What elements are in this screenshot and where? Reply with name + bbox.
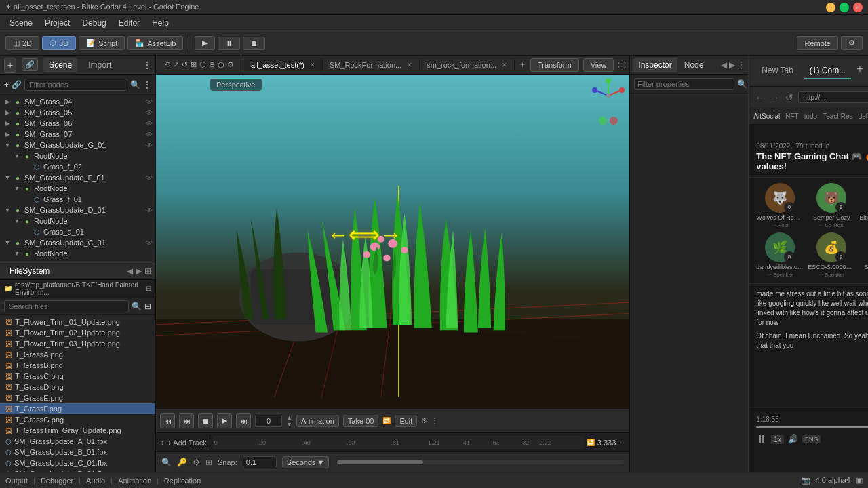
menu-editor[interactable]: Editor [113,17,145,29]
member-card[interactable]: 🌿 🎙 dandyedibles.com ··· Speaker [756,232,804,278]
loop-icon[interactable]: 🔁 [587,439,595,446]
fs-nav-right[interactable]: ▶ [136,266,142,276]
list-item[interactable]: ⬡ SM_GrassUpdate_A_01.fbx [0,436,155,447]
settings-icon[interactable]: ⚙ [227,60,234,69]
mode-2d-button[interactable]: ◫ 2D [5,36,39,50]
list-item-selected[interactable]: 🖼 T_GrassF.png [0,403,155,414]
tree-item[interactable]: ▼ ● SM_GrassUpdate_G_01 👁 [0,140,155,150]
status-output[interactable]: Output [5,476,28,485]
transform-button[interactable]: Transform [530,58,579,72]
scale-icon[interactable]: ⊞ [191,60,197,69]
tab-filesystem[interactable]: FileSystem [4,265,55,277]
list-item[interactable]: 🖼 T_GrassE.png [0,392,155,403]
bookmark-nft[interactable]: NFT [785,113,798,120]
list-item[interactable]: 🖼 T_GrassA.png [0,349,155,360]
nav-next-icon[interactable]: ▶ [729,60,735,70]
tree-item[interactable]: ▼ ● RootNode [0,216,155,226]
add-track-button[interactable]: + + Add Track [160,439,207,447]
anim-more-icon[interactable]: ⋮ [431,417,438,424]
visibility-icon[interactable]: 👁 [146,131,153,138]
new-tab-button[interactable]: + [856,63,863,79]
tree-item[interactable]: ▶ ● SM_Grass_06 👁 [0,118,155,129]
menu-help[interactable]: Help [146,17,174,29]
plus-icon[interactable]: ⊕ [209,60,215,69]
view-button[interactable]: View [583,58,614,72]
tree-item[interactable]: ⬡ Grass_f_01 [0,194,155,205]
play-button[interactable]: ▶ [195,36,215,50]
list-item[interactable]: 🖼 T_GrassD.png [0,382,155,392]
animation-label[interactable]: Animation [296,415,339,427]
settings-icon[interactable]: ⚙ [841,36,863,50]
tree-item[interactable]: ▼ ● RootNode [0,183,155,194]
anim-options-icon[interactable]: ⚙ [421,417,427,424]
filter-nodes-input[interactable] [24,79,127,91]
tab-all-asset-test[interactable]: all_asset_test(*) ✕ [244,59,323,71]
tree-item[interactable]: ▼ ● RootNode [0,150,155,161]
tab-close-icon[interactable]: ✕ [310,62,315,68]
list-item[interactable]: 🖼 T_GrassTrim_Gray_Update.png [0,425,155,436]
play-pause-button[interactable]: ⏸ [756,433,767,445]
expand-icon[interactable]: ↔ [618,439,625,446]
nav-prev-icon[interactable]: ◀ [721,60,727,70]
add-tab-button[interactable]: + [515,58,530,72]
browser-back-button[interactable]: ← [753,92,766,103]
tree-item[interactable]: ⬡ Grass_d_01 [0,226,155,237]
take-label[interactable]: Take 00 [343,415,379,427]
bookmark-todo[interactable]: todo [804,113,817,120]
move-icon[interactable]: ↗ [173,60,179,69]
tree-item[interactable]: ▼ ● RootNode [0,248,155,259]
list-item[interactable]: 🖼 T_Flower_Trim_03_Update.png [0,338,155,349]
3d-scene[interactable]: Perspective [156,75,629,408]
timeline[interactable]: 0 .20 .40 .60 .81 1.21 .41 .61 .32 2.22 [213,436,584,449]
browser-forward-button[interactable]: → [768,92,781,103]
status-replication[interactable]: Replication [164,476,201,485]
menu-scene[interactable]: Scene [4,17,38,29]
transform-icon[interactable]: ⟲ [164,60,170,69]
list-item[interactable]: 🖼 T_Flower_Trim_02_Update.png [0,327,155,338]
status-debugger[interactable]: Debugger [41,476,73,485]
assetlib-button[interactable]: 🏪 AssetLib [127,36,183,50]
tab-sm-rock-2[interactable]: sm_rock_formation... ✕ [420,59,515,71]
tab-close-icon[interactable]: ✕ [407,62,412,68]
visibility-icon[interactable]: 👁 [146,239,153,247]
volume-icon[interactable]: 🔊 [788,434,798,444]
member-card[interactable]: 🐺 🎙 Wolves Of Rome -... ··· Host [756,183,804,228]
visibility-icon[interactable]: 👁 [146,120,153,127]
tab-sm-rock-1[interactable]: SM_RockFormation... ✕ [323,59,420,71]
minimize-button[interactable]: − [826,3,835,12]
list-item[interactable]: 🖼 T_GrassC.png [0,371,155,382]
rotate-icon[interactable]: ↺ [182,60,188,69]
list-item[interactable]: ⬡ SM_GrassUpdate_B_01.fbx [0,447,155,458]
pause-button[interactable]: ⏸ [218,37,240,50]
remote-button[interactable]: Remote [797,36,838,50]
add-node-button[interactable]: + [4,58,16,73]
mode-3d-button[interactable]: ⬡ 3D [42,36,76,50]
status-audio[interactable]: Audio [86,476,105,485]
maximize-button[interactable]: □ [840,3,849,12]
visibility-icon[interactable]: 👁 [146,207,153,214]
circle-icon[interactable]: ◎ [218,60,224,69]
snap-value-input[interactable] [243,456,277,468]
inspector-options-icon[interactable]: ⋮ [737,60,745,70]
frame-spinner[interactable]: ▲▼ [286,414,292,428]
menu-debug[interactable]: Debug [77,17,111,29]
url-bar[interactable] [798,92,868,103]
browser-tab-active[interactable]: (1) Com... [804,63,851,79]
member-card[interactable]: 🚜 🎙 SCOKSYfarm 🎙 Speaker [859,232,868,278]
scroll-thumb[interactable] [337,460,423,464]
anim-play-back-button[interactable]: ⏮ [160,413,175,428]
link-button[interactable]: 🔗 [22,58,38,71]
member-card[interactable]: 🐻 🎙 Semper Cozy ··· Co-Host [808,183,855,228]
frame-input[interactable] [255,415,282,427]
scene-options-button[interactable]: ⋮ [143,60,151,70]
bookmark-altsocial[interactable]: AltSocial [753,113,780,120]
close-button[interactable]: ✕ [853,3,863,12]
fs-options[interactable]: ⊞ [144,266,151,276]
list-item[interactable]: 🖼 T_Flower_Trim_01_Update.png [0,317,155,327]
stop-button[interactable]: ⏹ [243,37,265,50]
anim-step-back-button[interactable]: ⏭ [179,413,194,428]
snap-unit-dropdown[interactable]: Seconds ▼ [282,456,330,468]
browser-reload-button[interactable]: ↺ [783,92,795,103]
tree-item[interactable]: ▶ ● SM_Grass_07 👁 [0,129,155,140]
list-item[interactable]: ⬡ SM_GrassUpdate_C_01.fbx [0,458,155,468]
